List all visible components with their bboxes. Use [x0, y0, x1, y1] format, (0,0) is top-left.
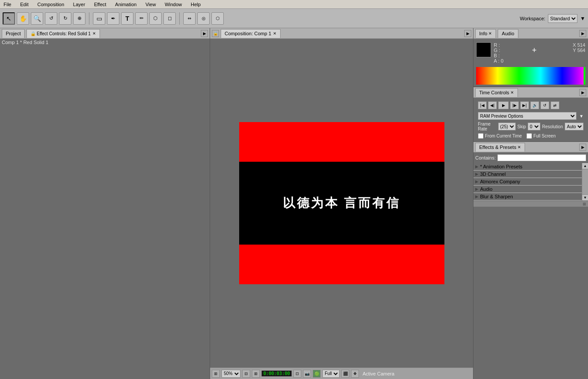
tool-rect[interactable]: ▭ [93, 12, 105, 25]
ep-item-animation-presets[interactable]: ▶ * Animation Presets [473, 163, 582, 171]
step-forward-btn[interactable]: |▶ [510, 101, 519, 109]
tool-select[interactable]: ↖ [3, 12, 15, 25]
menu-file[interactable]: File [2, 1, 13, 7]
tool-rotate1[interactable]: ↺ [45, 12, 57, 25]
go-to-end-btn[interactable]: ▶| [520, 101, 529, 109]
ep-scroll-down[interactable]: ▼ [582, 194, 588, 201]
ep-arrow-1: ▶ [475, 172, 478, 176]
menu-edit[interactable]: Edit [18, 1, 30, 7]
a-label: A : 0 [494, 58, 585, 63]
tool-eraser[interactable]: ◻ [163, 12, 176, 25]
loop-btn[interactable]: ↺ [540, 101, 549, 109]
skip-select[interactable]: 0 [528, 123, 540, 130]
ep-item-audio[interactable]: ▶ Audio [473, 186, 582, 193]
workspace-dropdown-icon[interactable]: ▼ [580, 15, 585, 22]
tool-anchor[interactable]: ⊕ [73, 12, 85, 25]
tool-rotate2[interactable]: ↻ [59, 12, 71, 25]
go-to-start-btn[interactable]: |◀ [478, 101, 487, 109]
center-panel-header: 🔒 Composition: Comp 1 ✕ ▶ [210, 28, 473, 39]
comp-viewport: 以德为本 言而有信 [210, 39, 473, 368]
snapshot-btn[interactable]: 📷 [303, 370, 311, 378]
ep-tab-close[interactable]: ✕ [518, 145, 521, 149]
ram-preview-arrow[interactable]: ▼ [579, 114, 584, 119]
tool-hand[interactable]: ✋ [17, 12, 29, 25]
color-values: R : G : B : + X 514 Y 564 A : 0 [494, 42, 585, 63]
center-panel-menu[interactable]: ▶ [464, 30, 471, 37]
menu-animation[interactable]: Animation [113, 1, 138, 7]
full-screen-checkbox[interactable] [526, 133, 532, 139]
b-label: B : [494, 53, 500, 58]
ep-scroll-up[interactable]: ▲ [582, 163, 588, 169]
transfer-tools: ⇔ ◎ ⬡ [183, 12, 224, 25]
tool-zoom[interactable]: 🔍 [31, 12, 43, 25]
full-screen-label[interactable]: Full Screen [526, 133, 556, 139]
comp-grid-btn[interactable]: ⊞ [212, 370, 220, 378]
timecode[interactable]: 0:00:03:00 [262, 371, 292, 376]
plus-icon: + [532, 42, 541, 58]
ep-search-input[interactable] [497, 154, 586, 161]
menu-window[interactable]: Window [163, 1, 184, 7]
ep-arrow-0: ▶ [475, 164, 478, 169]
quality-select[interactable]: Full [322, 370, 340, 378]
menu-layer[interactable]: Layer [71, 1, 87, 7]
frame-rate-select[interactable]: (25) [498, 123, 516, 130]
pingpong-btn[interactable]: ⇌ [551, 101, 559, 109]
audio-btn[interactable]: 🔊 [530, 101, 539, 109]
info-panel-menu[interactable]: ▶ [579, 30, 586, 37]
show-snapshot-btn[interactable]: 🟢 [313, 370, 321, 378]
skip-label: Skip [518, 124, 526, 129]
main-area: Project 🔒 Effect Controls: Red Solid 1 ✕… [0, 28, 588, 379]
panel-lock-icon: 🔒 [30, 31, 36, 36]
ep-list: ▶ * Animation Presets ▶ 3D Channel ▶ Atm… [473, 163, 582, 201]
from-current-time-label[interactable]: From Current Time [478, 133, 522, 139]
ep-scroll-track[interactable] [582, 169, 588, 194]
from-current-time-checkbox[interactable] [478, 133, 484, 139]
frame-rate-label: Frame Rate [478, 122, 496, 131]
tab-effect-controls[interactable]: 🔒 Effect Controls: Red Solid 1 ✕ [26, 29, 100, 38]
ep-resize-handle[interactable]: ⊞ [473, 201, 588, 207]
fit-frame-btn[interactable]: ⊟ [242, 370, 250, 378]
ep-item-atmorex[interactable]: ▶ Atmorex Company [473, 178, 582, 186]
comp-tab-close[interactable]: ✕ [273, 31, 277, 36]
pixel-btn[interactable]: ❖ [351, 370, 359, 378]
tab-time-controls[interactable]: Time Controls ✕ [475, 88, 518, 97]
step-back-btn[interactable]: ◀| [488, 101, 497, 109]
menu-help[interactable]: Help [189, 1, 203, 7]
effect-controls-close[interactable]: ✕ [92, 31, 96, 36]
tab-audio[interactable]: Audio [498, 29, 518, 38]
tool-text[interactable]: T [121, 12, 133, 25]
info-section: Info ✕ Audio ▶ R : G : B [473, 28, 588, 87]
time-controls-menu[interactable]: ▶ [579, 89, 586, 96]
info-tab-close[interactable]: ✕ [488, 31, 492, 36]
tool-brush[interactable]: ✏ [135, 12, 148, 25]
tab-effects-presets[interactable]: Effects & Presets ✕ [475, 143, 525, 152]
tool-3d[interactable]: ⬡ [211, 12, 224, 25]
tc-tab-close[interactable]: ✕ [510, 90, 514, 95]
tool-snap[interactable]: ◎ [197, 12, 210, 25]
ep-item-blur-sharpen[interactable]: ▶ Blur & Sharpen [473, 193, 582, 201]
workspace-selector: Workspace: Standard ▼ [520, 14, 585, 23]
fit-comp-btn[interactable]: ⊞ [252, 370, 260, 378]
menu-view[interactable]: View [144, 1, 158, 7]
ep-arrow-4: ▶ [475, 194, 478, 199]
tool-align[interactable]: ⇔ [183, 12, 196, 25]
tool-stamp[interactable]: ⬡ [149, 12, 162, 25]
tool-pen[interactable]: ✒ [107, 12, 119, 25]
ep-item-3d-channel[interactable]: ▶ 3D Channel [473, 171, 582, 178]
menu-effect[interactable]: Effect [92, 1, 108, 7]
ram-preview-select[interactable]: RAM Preview Options [478, 112, 577, 120]
tab-project[interactable]: Project [2, 29, 25, 38]
ep-contains-label: Contains: [475, 155, 496, 160]
tab-composition[interactable]: Composition: Comp 1 ✕ [221, 29, 281, 38]
play-btn[interactable]: ▶ [498, 101, 509, 109]
resolution-btn[interactable]: ⬛ [341, 370, 349, 378]
set-time-btn[interactable]: ⊡ [293, 370, 301, 378]
menu-composition[interactable]: Composition [36, 1, 66, 7]
effects-presets-menu[interactable]: ▶ [579, 144, 586, 151]
workspace-select[interactable]: Standard [548, 14, 577, 23]
tab-info[interactable]: Info ✕ [475, 29, 496, 38]
resolution-select[interactable]: Auto [565, 123, 584, 130]
zoom-select[interactable]: 50% [222, 370, 240, 378]
comp-panel-icon[interactable]: 🔒 [212, 30, 219, 37]
left-panel-menu[interactable]: ▶ [201, 30, 208, 37]
